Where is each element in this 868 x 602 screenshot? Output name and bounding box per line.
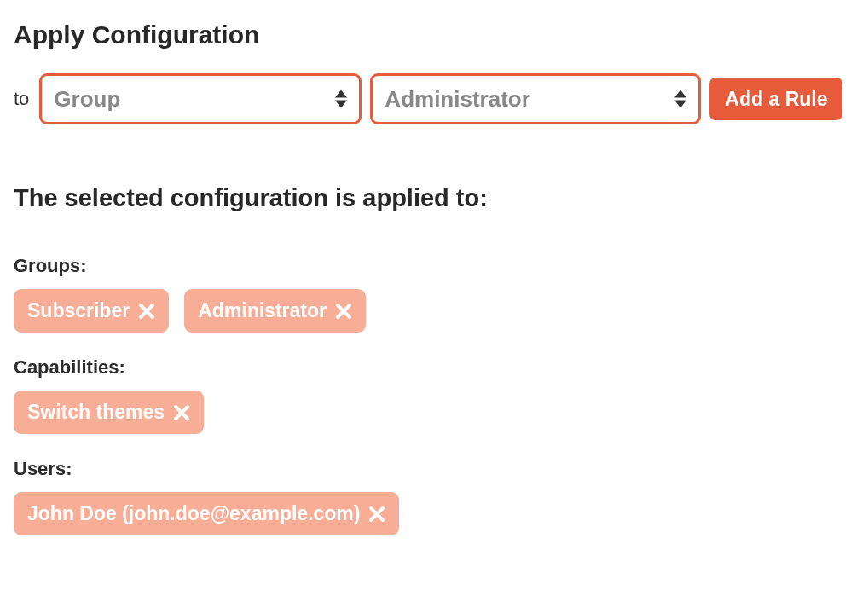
users-label: Users: — [14, 458, 854, 480]
tag-user: John Doe (john.doe@example.com) — [14, 492, 399, 535]
tag-group: Subscriber — [14, 289, 169, 333]
applied-heading: The selected configuration is applied to… — [14, 184, 854, 212]
tag-group: Administrator — [184, 289, 366, 333]
scope-select[interactable]: Group — [39, 73, 362, 124]
tag-capability: Switch themes — [14, 391, 204, 434]
tag-group-label: Administrator — [198, 299, 327, 322]
users-section: Users: John Doe (john.doe@example.com) — [14, 458, 854, 535]
groups-label: Groups: — [14, 255, 854, 277]
capabilities-section: Capabilities: Switch themes — [14, 356, 854, 434]
scope-select-value: Group — [54, 86, 120, 113]
close-icon[interactable] — [138, 303, 155, 320]
capabilities-label: Capabilities: — [14, 356, 854, 379]
close-icon[interactable] — [335, 303, 352, 320]
tag-group-label: Subscriber — [27, 299, 130, 322]
target-select-value: Administrator — [385, 86, 529, 113]
page-title: Apply Configuration — [14, 20, 854, 49]
target-select[interactable]: Administrator — [370, 73, 701, 124]
tag-capability-label: Switch themes — [27, 401, 165, 424]
tag-user-label: John Doe (john.doe@example.com) — [27, 502, 360, 525]
sort-icon — [674, 90, 686, 108]
close-icon[interactable] — [173, 404, 190, 421]
apply-to-row: to Group Administrator Add a Rule — [14, 73, 854, 124]
sort-icon — [335, 90, 347, 108]
groups-section: Groups: Subscriber Administrator — [14, 255, 854, 333]
close-icon[interactable] — [368, 506, 385, 523]
to-label: to — [14, 88, 29, 110]
add-rule-button[interactable]: Add a Rule — [709, 78, 842, 120]
